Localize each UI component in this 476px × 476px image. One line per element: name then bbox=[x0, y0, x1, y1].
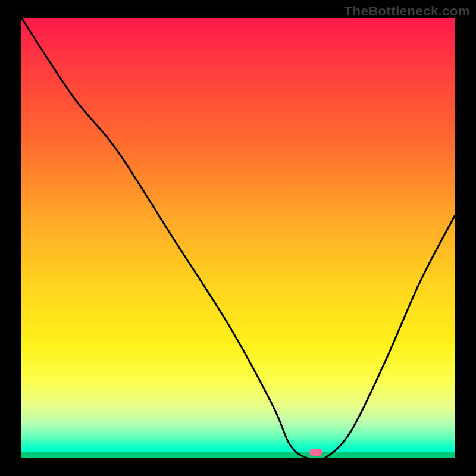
curve-path bbox=[21, 18, 455, 458]
bottleneck-curve bbox=[21, 18, 455, 458]
minimum-marker bbox=[309, 449, 322, 456]
watermark-text: TheBottleneck.com bbox=[345, 4, 470, 19]
plot-area bbox=[21, 18, 455, 458]
chart-frame: TheBottleneck.com bbox=[0, 0, 476, 476]
